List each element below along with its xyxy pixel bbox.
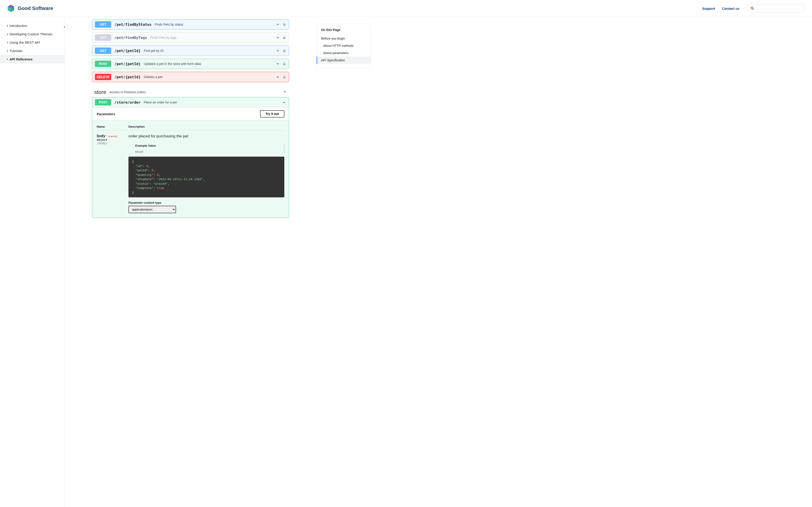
toc-title: On this Page	[316, 28, 370, 35]
method-badge: GET	[95, 35, 111, 41]
sidebar-item-label: Developing Custom Themes	[9, 32, 52, 36]
nav-contact[interactable]: Contact us	[722, 7, 740, 10]
col-name-header: Name	[97, 125, 119, 128]
chevron-right-icon	[6, 49, 9, 53]
lock-open-icon	[282, 62, 286, 66]
bullet-icon	[7, 59, 8, 60]
col-desc-header: Description	[129, 125, 145, 128]
sidebar-item-tutorials[interactable]: Tutorials	[0, 47, 64, 55]
method-badge: GET	[95, 48, 111, 54]
sidebar-item-api-reference[interactable]: API Reference	[0, 55, 64, 63]
endpoint-header[interactable]: POST /store/order Place an order for a p…	[92, 97, 289, 107]
endpoint-desc: Find pet by ID	[144, 49, 164, 53]
sidebar-item-introduction[interactable]: Introduction	[0, 21, 64, 30]
chevron-right-icon	[6, 41, 9, 44]
try-it-out-button[interactable]: Try it out	[260, 110, 284, 117]
header: Good Software Support Contact us	[0, 0, 812, 17]
lock-open-icon	[282, 36, 286, 40]
lock-open-icon	[282, 49, 286, 53]
lock-open-icon	[282, 75, 286, 79]
endpoint-desc: Updates a pet in the store with form dat…	[144, 62, 201, 66]
method-badge: DELETE	[95, 74, 111, 80]
param-type: object	[97, 138, 119, 142]
content-type-select[interactable]: application/json	[129, 206, 176, 213]
chevron-down-icon	[276, 49, 280, 53]
section-store-header[interactable]: store Access to Petstore orders	[92, 85, 289, 97]
endpoint-desc: Finds Pets by status	[155, 23, 183, 26]
method-badge: GET	[95, 21, 111, 27]
lock-open-icon	[282, 22, 286, 26]
endpoint-store-order: POST /store/order Place an order for a p…	[92, 97, 289, 218]
chevron-right-icon	[6, 24, 9, 27]
param-name: body	[97, 134, 105, 138]
logo-wrap[interactable]: Good Software	[7, 4, 53, 12]
endpoint-path: /pet/findByTags	[114, 36, 147, 40]
endpoint-desc: Finds Pets by tags	[150, 36, 176, 39]
chevron-up-icon	[282, 100, 286, 104]
endpoint-path: /store/order	[114, 100, 141, 105]
param-description: order placed for purchasing the pet	[129, 134, 284, 138]
chevron-down-icon	[276, 62, 280, 66]
logo-icon	[7, 4, 15, 12]
main-content: GET/pet/findByStatusFinds Pets by status…	[65, 17, 316, 507]
endpoint-get--pet-findByStatus[interactable]: GET/pet/findByStatusFinds Pets by status	[92, 19, 289, 30]
endpoint-path: /pet/findByStatus	[114, 22, 152, 27]
table-of-contents: On this Page Before you beginAbout HTTP …	[316, 24, 371, 68]
sidebar-item-using-the-rest-api[interactable]: Using the REST API	[0, 38, 64, 47]
endpoint-path: /pet/{petId}	[114, 75, 141, 79]
endpoint-desc: Deletes a pet	[144, 75, 163, 79]
endpoint-post--pet--petId-[interactable]: POST/pet/{petId}Updates a pet in the sto…	[92, 59, 289, 69]
sidebar-item-developing-custom-themes[interactable]: Developing Custom Themes	[0, 30, 64, 38]
toc-item-before-you-begin[interactable]: Before you begin	[316, 35, 370, 42]
toc-item-about-http-methods[interactable]: About HTTP methods	[316, 42, 370, 49]
chevron-up-icon	[283, 90, 287, 95]
toc-item-about-parameters[interactable]: About parameters	[316, 49, 370, 57]
section-desc: Access to Petstore orders	[109, 90, 146, 94]
brand-text: Good Software	[18, 5, 53, 11]
chevron-down-icon	[276, 22, 280, 26]
tab-model[interactable]: Model	[135, 149, 284, 154]
parameters-label: Parameters	[97, 112, 115, 116]
chevron-right-icon	[6, 32, 9, 36]
sidebar-item-label: API Reference	[9, 57, 33, 61]
endpoint-desc: Place an order for a pet	[144, 101, 177, 104]
chevron-down-icon	[276, 36, 280, 40]
endpoint-get--pet--petId-[interactable]: GET/pet/{petId}Find pet by ID	[92, 46, 289, 56]
endpoint-path: /pet/{petId}	[114, 62, 141, 66]
endpoint-get--pet-findByTags[interactable]: GET/pet/findByTagsFinds Pets by tags	[92, 33, 289, 43]
param-in: (body)	[97, 142, 119, 145]
nav-support[interactable]: Support	[702, 7, 715, 10]
param-name-cell: body * required object (body)	[97, 134, 119, 213]
sidebar: IntroductionDeveloping Custom ThemesUsin…	[0, 17, 65, 507]
header-right: Support Contact us	[702, 4, 805, 13]
section-title: store	[94, 89, 106, 95]
toc-item-api-specification[interactable]: API Specification	[316, 57, 370, 64]
param-required: * required	[106, 135, 117, 137]
tab-example-value[interactable]: Example Value	[135, 143, 284, 148]
sidebar-item-label: Tutorials	[9, 49, 22, 53]
endpoint-delete--pet--petId-[interactable]: DELETE/pet/{petId}Deletes a pet	[92, 72, 289, 82]
search-icon	[750, 6, 755, 11]
sidebar-item-label: Introduction	[9, 24, 27, 27]
method-badge: POST	[95, 61, 111, 67]
endpoint-path: /pet/{petId}	[114, 49, 141, 53]
code-example[interactable]: { "id": 0, "petId": 0, "quantity": 0, "s…	[129, 157, 284, 198]
search-input[interactable]	[746, 4, 805, 13]
chevron-down-icon	[276, 75, 280, 79]
method-badge: POST	[95, 99, 111, 106]
content-type-label: Parameter content type	[129, 201, 284, 205]
sidebar-item-label: Using the REST API	[9, 41, 40, 44]
